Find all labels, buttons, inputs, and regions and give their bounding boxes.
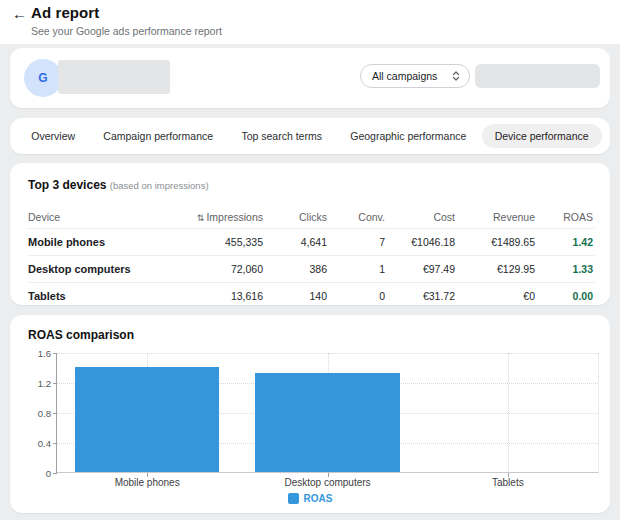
- value-cell: 386: [265, 263, 329, 275]
- y-tick-label: 0: [25, 468, 51, 479]
- tab-campaign-performance[interactable]: Campaign performance: [90, 124, 226, 148]
- value-cell: 4,641: [265, 236, 329, 248]
- x-category-label: Mobile phones: [115, 477, 180, 488]
- table-body: Mobile phones455,3354,6417€1046.18€1489.…: [28, 228, 595, 309]
- chart-title: ROAS comparison: [28, 328, 134, 342]
- table-row: Mobile phones455,3354,6417€1046.18€1489.…: [28, 228, 595, 255]
- y-tick-mark: [53, 473, 57, 474]
- value-cell: 1: [329, 263, 387, 275]
- chart-legend[interactable]: ROAS: [10, 493, 610, 504]
- y-tick-mark: [53, 353, 57, 354]
- page-header: ← Ad report See your Google ads performa…: [0, 0, 620, 44]
- device-cell: Desktop computers: [28, 263, 185, 275]
- tab-overview[interactable]: Overview: [18, 124, 88, 148]
- bar-desktop-computers: [255, 373, 399, 473]
- back-icon[interactable]: ←: [12, 5, 27, 22]
- devices-table: Device⇅ImpressionsClicksConv.CostRevenue…: [28, 205, 595, 309]
- action-button-placeholder[interactable]: [475, 64, 600, 88]
- y-tick-mark: [53, 383, 57, 384]
- device-cell: Tablets: [28, 290, 185, 302]
- value-cell: 0.00: [537, 290, 595, 302]
- column-header-device[interactable]: Device: [28, 211, 185, 223]
- legend-label: ROAS: [304, 493, 333, 504]
- column-header-impressions[interactable]: ⇅Impressions: [185, 211, 265, 223]
- campaign-select-value: All campaigns: [372, 70, 437, 82]
- table-subtitle: (based on impressions): [110, 180, 209, 191]
- value-cell: €1046.18: [387, 236, 457, 248]
- value-cell: €97.49: [387, 263, 457, 275]
- y-tick-label: 1.6: [25, 348, 51, 359]
- roas-chart-plot: 00.40.81.21.6Mobile phonesDesktop comput…: [56, 353, 598, 473]
- value-cell: 13,616: [185, 290, 265, 302]
- v-gridline: [598, 353, 599, 473]
- top-devices-card: Top 3 devices (based on impressions) Dev…: [10, 163, 610, 305]
- tab-top-search-terms[interactable]: Top search terms: [228, 124, 335, 148]
- value-cell: 1.42: [537, 236, 595, 248]
- y-tick-label: 1.2: [25, 378, 51, 389]
- y-tick-mark: [53, 443, 57, 444]
- table-title-row: Top 3 devices (based on impressions): [28, 178, 595, 192]
- value-cell: €129.95: [457, 263, 537, 275]
- value-cell: 140: [265, 290, 329, 302]
- page-title: Ad report: [31, 4, 99, 21]
- account-name-placeholder: [58, 60, 170, 94]
- table-title: Top 3 devices: [28, 178, 106, 192]
- y-tick-label: 0.4: [25, 438, 51, 449]
- legend-swatch: [288, 493, 299, 504]
- roas-chart-card: ROAS comparison 00.40.81.21.6Mobile phon…: [10, 315, 610, 513]
- tab-device-performance[interactable]: Device performance: [482, 124, 602, 148]
- profile-card: G All campaigns: [10, 48, 610, 108]
- column-header-conv-[interactable]: Conv.: [329, 211, 387, 223]
- column-header-clicks[interactable]: Clicks: [265, 211, 329, 223]
- column-header-cost[interactable]: Cost: [387, 211, 457, 223]
- sort-icon[interactable]: ⇅: [197, 213, 205, 223]
- value-cell: 72,060: [185, 263, 265, 275]
- page-subtitle: See your Google ads performance report: [31, 25, 222, 37]
- value-cell: €0: [457, 290, 537, 302]
- campaign-select[interactable]: All campaigns: [360, 64, 470, 88]
- device-cell: Mobile phones: [28, 236, 185, 248]
- select-chevrons-icon: [452, 70, 460, 82]
- table-row: Desktop computers72,0603861€97.49€129.95…: [28, 255, 595, 282]
- x-category-label: Tablets: [492, 477, 524, 488]
- x-category-label: Desktop computers: [284, 477, 370, 488]
- value-cell: 455,335: [185, 236, 265, 248]
- column-header-revenue[interactable]: Revenue: [457, 211, 537, 223]
- value-cell: 0: [329, 290, 387, 302]
- y-tick-label: 0.8: [25, 408, 51, 419]
- y-tick-mark: [53, 413, 57, 414]
- avatar: G: [24, 59, 62, 97]
- table-header-row: Device⇅ImpressionsClicksConv.CostRevenue…: [28, 205, 595, 228]
- value-cell: €31.72: [387, 290, 457, 302]
- value-cell: 1.33: [537, 263, 595, 275]
- table-row: Tablets13,6161400€31.72€00.00: [28, 282, 595, 309]
- tab-bar: OverviewCampaign performanceTop search t…: [10, 118, 610, 154]
- value-cell: €1489.65: [457, 236, 537, 248]
- v-gridline: [508, 353, 509, 473]
- column-header-roas[interactable]: ROAS: [537, 211, 595, 223]
- x-axis-line: [57, 472, 598, 473]
- value-cell: 7: [329, 236, 387, 248]
- bar-mobile-phones: [75, 367, 219, 474]
- tab-geographic-performance[interactable]: Geographic performance: [337, 124, 479, 148]
